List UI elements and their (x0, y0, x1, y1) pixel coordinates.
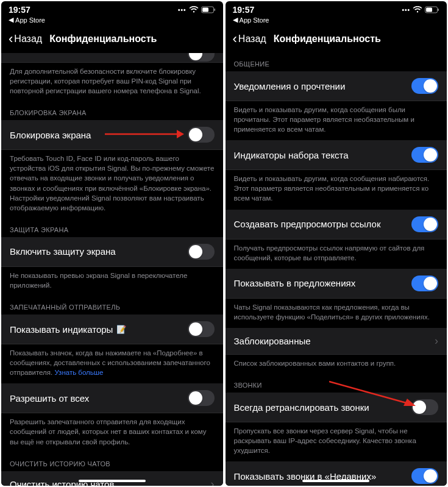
svg-rect-7 (438, 9, 439, 11)
nav-title: Конфиденциальность (274, 34, 381, 44)
link-previews-toggle[interactable] (411, 216, 438, 232)
screen-lock-label: Блокировка экрана (10, 130, 91, 140)
status-time: 19:57 (9, 5, 30, 15)
partial-row-top (1, 53, 223, 63)
show-indicators-footer: Показывать значок, когда вы нажимаете на… (1, 344, 223, 383)
home-indicator[interactable] (302, 480, 369, 482)
link-previews-label: Создавать предпросмотры ссылок (234, 219, 381, 229)
screen-protect-toggle[interactable] (188, 244, 215, 260)
row-blocked[interactable]: Заблокированные › (226, 328, 447, 355)
svg-rect-2 (214, 9, 215, 11)
nav-title: Конфиденциальность (49, 34, 157, 44)
back-to-appstore[interactable]: ◀ App Store (226, 16, 447, 27)
allow-all-toggle[interactable] (188, 390, 215, 406)
row-allow-all: Разрешить от всех (1, 383, 223, 413)
row-show-indicators: Показывать индикаторы 📝 (1, 315, 223, 344)
screen-protect-label: Включить защиту экрана (10, 246, 116, 257)
allow-all-footer: Разрешить запечатанного отправителя для … (1, 413, 223, 452)
section-header-screen-protect: ЗАЩИТА ЭКРАНА (1, 219, 223, 237)
registration-lock-toggle[interactable] (188, 53, 215, 62)
phone-right: 19:57 ••• ◀ App Store ‹ Назад Конфиденци… (226, 1, 447, 486)
arrow-annotation-icon (105, 127, 184, 141)
nav-back-button[interactable]: ‹ Назад (9, 32, 42, 46)
battery-icon (425, 6, 439, 13)
back-to-appstore[interactable]: ◀ App Store (1, 16, 223, 27)
nav-bar: ‹ Назад Конфиденциальность (1, 27, 223, 53)
chevron-left-icon: ◀ (9, 16, 15, 24)
chevron-left-icon: ◀ (233, 16, 240, 24)
chevron-right-icon: › (435, 335, 438, 347)
status-icons: ••• (178, 6, 216, 13)
nav-back-label: Назад (238, 34, 266, 44)
svg-rect-6 (426, 8, 432, 12)
typing-indicators-footer: Видеть и показывать другим, когда сообще… (226, 170, 447, 209)
section-header-sealed-sender: ЗАПЕЧАТАННЫЙ ОТПРАВИТЕЛЬ (1, 296, 223, 315)
show-recent-calls-toggle[interactable] (411, 468, 438, 484)
screen-lock-footer: Требовать Touch ID, Face ID или код-паро… (1, 150, 223, 219)
relay-calls-footer: Пропускать все звонки через сервер Signa… (226, 422, 447, 461)
row-clear-history[interactable]: Очистить историю чатов › (1, 471, 223, 486)
read-receipts-toggle[interactable] (411, 78, 438, 94)
row-read-receipts: Уведомления о прочтении (226, 71, 447, 101)
chevron-right-icon: › (211, 478, 215, 486)
nav-back-label: Назад (14, 34, 42, 44)
row-screen-protect: Включить защиту экрана (1, 237, 223, 267)
row-typing-indicators: Индикаторы набора текста (226, 140, 447, 170)
document-icon: 📝 (116, 325, 126, 334)
blocked-footer: Список заблокированных вами контактов и … (226, 355, 447, 374)
wifi-icon (413, 6, 422, 13)
show-suggestions-footer: Чаты Signal показываются как предложения… (226, 299, 447, 328)
home-indicator[interactable] (79, 480, 146, 482)
registration-lock-footer: Для дополнительной безопасности включите… (1, 63, 223, 102)
nav-bar: ‹ Назад Конфиденциальность (226, 27, 447, 53)
blocked-label: Заблокированные (234, 336, 311, 346)
read-receipts-footer: Видеть и показывать другим, когда сообще… (226, 101, 447, 140)
section-header-communication: ОБЩЕНИЕ (226, 53, 447, 71)
row-screen-lock: Блокировка экрана (1, 120, 223, 150)
row-link-previews: Создавать предпросмотры ссылок (226, 210, 447, 240)
settings-scroll[interactable]: Для дополнительной безопасности включите… (1, 53, 223, 486)
svg-rect-1 (202, 8, 208, 12)
show-indicators-toggle[interactable] (188, 321, 215, 337)
allow-all-label: Разрешить от всех (10, 393, 89, 403)
settings-scroll[interactable]: ОБЩЕНИЕ Уведомления о прочтении Видеть и… (226, 53, 447, 486)
phone-left: 19:57 ••• ◀ App Store ‹ Назад Конфиденци… (1, 1, 223, 486)
relay-calls-label: Всегда ретранслировать звонки (234, 402, 369, 413)
status-bar: 19:57 ••• (1, 1, 223, 16)
row-show-suggestions: Показывать в предложениях (226, 269, 447, 299)
link-previews-footer: Получать предпросмотры ссылок напрямую о… (226, 240, 447, 269)
chevron-left-icon: ‹ (233, 32, 237, 46)
section-header-screen-lock: БЛОКИРОВКА ЭКРАНА (1, 102, 223, 120)
status-icons: ••• (402, 6, 439, 13)
section-header-calls: ЗВОНКИ (226, 374, 447, 393)
screen-lock-toggle[interactable] (188, 127, 215, 143)
show-suggestions-label: Показывать в предложениях (234, 278, 356, 288)
typing-indicators-label: Индикаторы набора текста (234, 150, 349, 160)
screen-protect-footer: Не показывать превью экрана Signal в пер… (1, 267, 223, 296)
wifi-icon (189, 6, 199, 13)
row-show-recent-calls: Показывать звонки в «Недавних» (226, 461, 447, 486)
show-suggestions-toggle[interactable] (411, 275, 438, 291)
svg-marker-4 (177, 130, 184, 138)
show-indicators-label: Показывать индикаторы 📝 (10, 324, 126, 335)
chevron-left-icon: ‹ (9, 32, 13, 46)
typing-indicators-toggle[interactable] (411, 147, 438, 163)
battery-icon (201, 6, 216, 13)
status-bar: 19:57 ••• (226, 1, 447, 16)
row-relay-calls: Всегда ретранслировать звонки (226, 393, 447, 422)
nav-back-button[interactable]: ‹ Назад (233, 32, 266, 46)
cellular-icon: ••• (178, 7, 187, 13)
learn-more-link[interactable]: Узнать больше (54, 369, 103, 376)
relay-calls-toggle[interactable] (411, 399, 438, 415)
section-header-clear-history: ОЧИСТИТЬ ИСТОРИЮ ЧАТОВ (1, 453, 223, 471)
cellular-icon: ••• (402, 7, 410, 13)
read-receipts-label: Уведомления о прочтении (234, 81, 346, 91)
status-time: 19:57 (233, 5, 255, 15)
